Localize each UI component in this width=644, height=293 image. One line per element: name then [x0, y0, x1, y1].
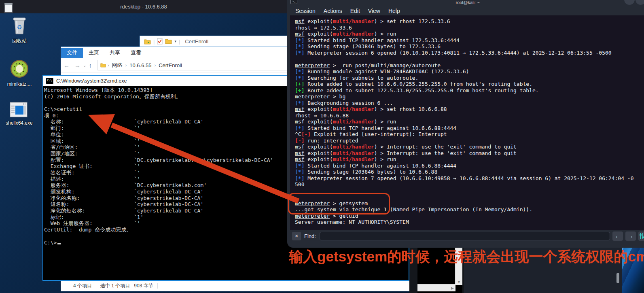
folder-icon[interactable] [165, 38, 172, 44]
tab-view[interactable]: 查看 [126, 48, 146, 58]
explorer-status-bar: 4 个项目 选中 1 个项目 903 字节 [61, 280, 417, 291]
annotation-highlight-box [288, 193, 390, 214]
find-options-icon[interactable] [638, 231, 644, 241]
terminal-line: meterpreter > run post/multi/manage/auto… [295, 62, 644, 69]
find-bar: ✕ Find: ← → [287, 230, 644, 244]
status-item-count: 4 个项目 [73, 282, 92, 289]
terminal-line: [+] Route added to subnet 172.5.33.0/255… [295, 87, 644, 94]
screen: rdesktop - 10.6.6.88 ♻ 回收站 mimikatz.... [0, 0, 644, 293]
tab-home[interactable]: 主页 [84, 48, 104, 58]
rdesktop-title: rdesktop - 10.6.6.88 [0, 4, 287, 10]
breadcrumb-separator-icon: › [108, 63, 109, 68]
desktop-icon-shellx64[interactable]: shellx64.exe [6, 102, 32, 126]
status-selection: 选中 1 个项目 [100, 282, 130, 289]
desktop-icon-label: 回收站 [6, 38, 32, 45]
menu-actions[interactable]: Actions [321, 8, 345, 14]
terminal-line: [*] Running module against WIN-784BAKDI0… [295, 68, 644, 75]
breadcrumb-separator-icon: › [154, 63, 156, 68]
breadcrumb-host[interactable]: 10.6.6.55 [128, 62, 153, 68]
terminal-line: rhost ⇒ 10.6.6.88 [295, 113, 644, 119]
quick-access-chevron-icon[interactable]: ▾ [174, 39, 176, 43]
terminal-line: msf exploit(multi/handler) > run [295, 156, 644, 163]
scroll-right-icon[interactable]: ▶ [451, 286, 454, 290]
terminal-line: [-] run: Interrupted [295, 138, 644, 144]
find-previous-icon[interactable]: ← [612, 231, 623, 241]
terminal-line: msf exploit(multi/handler) > set rhost 1… [295, 106, 644, 113]
terminal-line: [*] Started bind TCP handler against 10.… [295, 125, 644, 132]
terminal-line: [*] Meterpreter session 7 opened (10.6.6… [295, 175, 644, 182]
desktop-icon-label: shellx64.exe [6, 120, 32, 126]
explorer-window-title: CertEnroll [185, 38, 208, 45]
scroll-down-icon[interactable]: ▼ [457, 280, 461, 284]
status-separator [157, 283, 158, 289]
terminal-line: [+] Route added to subnet 10.6.6.0/255.2… [295, 81, 644, 87]
terminal-menubar: Session Actions Edit View Help [293, 6, 402, 15]
breadcrumb-certenroll[interactable]: CertEnroll [157, 62, 183, 68]
cmd-icon: C:\ [46, 78, 53, 84]
terminal-line: [*] Meterpreter session 6 opened (10.10.… [295, 50, 644, 56]
rdesktop-titlebar[interactable]: rdesktop - 10.6.6.88 [0, 0, 287, 13]
svg-text:♻: ♻ [17, 24, 22, 30]
folder-nav-icon [144, 38, 151, 45]
history-chevron-icon[interactable]: ⌄ [83, 63, 86, 68]
find-next-icon[interactable]: → [625, 231, 636, 241]
status-size: 903 字节 [134, 282, 153, 289]
cmd-cursor [57, 243, 61, 244]
tab-share[interactable]: 共享 [105, 48, 125, 58]
terminal-line: msf exploit(multi/handler) > Interrupt: … [295, 144, 644, 150]
tab-file[interactable]: 文件 [61, 48, 83, 58]
breadcrumb-separator-icon: › [125, 63, 127, 68]
menu-edit[interactable]: Edit [348, 8, 362, 14]
checkmark-document-icon[interactable] [157, 38, 163, 45]
terminal-line: [*] Started bind TCP handler against 10.… [295, 163, 644, 169]
terminal-line: meterpreter > bg [295, 93, 644, 100]
terminal-line: [*] Sending stage (203846 bytes) to 172.… [295, 43, 644, 50]
terminal-line: ^C[-] Exploit failed [user-interrupt]: I… [295, 131, 644, 138]
terminal-line: msf exploit(multi/handler) > set rhost 1… [295, 18, 644, 25]
terminal-title[interactable]: root@kali: ~ [287, 0, 644, 5]
menu-session[interactable]: Session [293, 8, 318, 14]
kiwi-icon [10, 59, 29, 79]
folder-icon [100, 63, 106, 68]
terminal-line: msf exploit(multi/handler) > Interrupt: … [295, 150, 644, 157]
desktop-icon-mimikatz[interactable]: mimikatz.... [6, 59, 32, 87]
find-label: Find: [304, 233, 316, 239]
up-icon[interactable]: ↑ [86, 62, 94, 69]
terminal-line: msf exploit(multi/handler) > run [295, 119, 644, 125]
scrollbar-thumb[interactable] [616, 273, 619, 283]
terminal-line: msf exploit(multi/handler) > run [295, 31, 644, 37]
close-icon[interactable]: ✕ [292, 232, 301, 240]
terminal-line: 500 [295, 181, 644, 188]
back-icon[interactable]: ← [61, 62, 72, 69]
desktop-icon-recycle-bin[interactable]: ♻ 回收站 [6, 15, 32, 45]
toolbar-separator: | [153, 38, 155, 45]
terminal-line: [*] Searching for subnets to autoroute. [295, 75, 644, 81]
horizontal-scrollbar[interactable]: ▶ [417, 284, 455, 291]
annotation-caption: 输入getsystem的时候，远程就会出现一个系统权限的cmd [289, 247, 644, 266]
forward-icon[interactable]: → [72, 62, 83, 69]
recycle-bin-icon: ♻ [11, 15, 28, 35]
terminal-line: rhost ⇒ 172.5.33.6 [295, 25, 644, 31]
application-window-icon [10, 102, 28, 117]
terminal-line: [*] Sending stage (203846 bytes) to 10.6… [295, 169, 644, 175]
terminal-line: [*] Backgrounding session 6 ... [295, 100, 644, 106]
terminal-line: [*] Started bind TCP handler against 172… [295, 37, 644, 44]
toolbar-separator: | [179, 38, 180, 45]
cmd-window-title: C:\Windows\system32\cmd.exe [56, 78, 127, 84]
menu-help[interactable]: Help [386, 8, 402, 14]
desktop-icon-label: mimikatz.... [6, 81, 32, 87]
menu-view[interactable]: View [366, 8, 383, 14]
terminal-line: Server username: NT AUTHORITY\SYSTEM [295, 219, 644, 225]
find-input[interactable] [320, 232, 610, 240]
breadcrumb-network[interactable]: 网络 [111, 62, 124, 69]
terminal-line [295, 56, 644, 62]
status-separator [96, 283, 96, 289]
